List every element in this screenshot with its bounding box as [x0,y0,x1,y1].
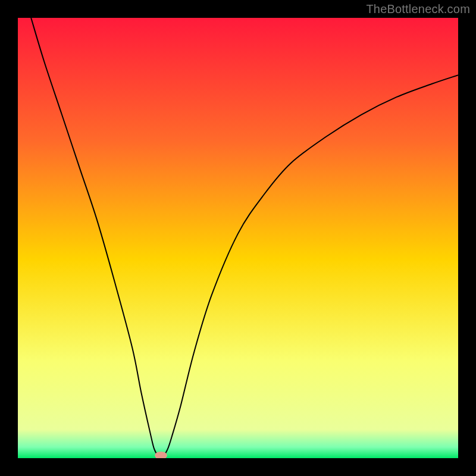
watermark-text: TheBottleneck.com [366,2,470,16]
chart-background [18,18,458,458]
plot-frame [18,18,458,458]
bottleneck-chart [18,18,458,458]
